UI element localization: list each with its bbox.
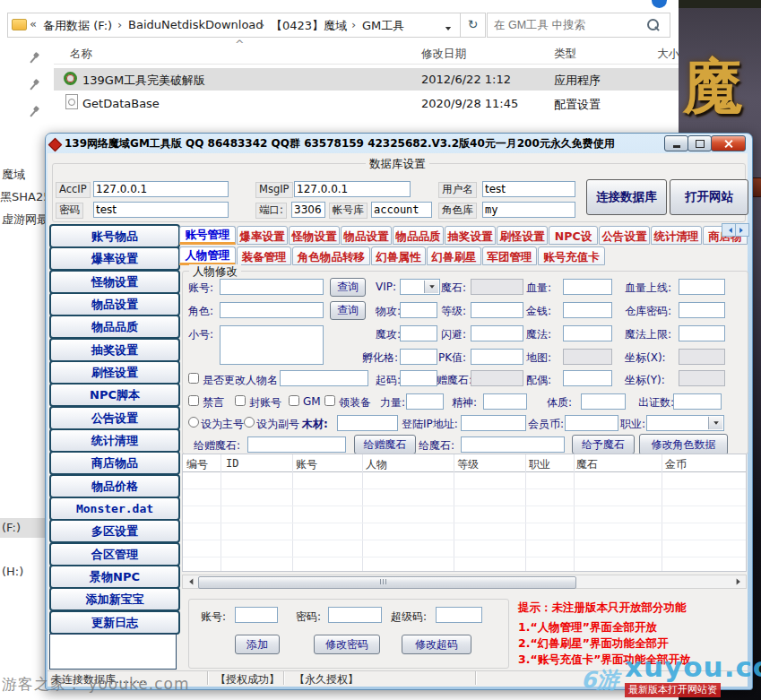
membercoin-input[interactable] xyxy=(565,415,618,431)
main-account-radio[interactable] xyxy=(188,417,199,428)
dodge-input[interactable] xyxy=(471,325,523,341)
sidebar-button[interactable]: 刷怪设置 xyxy=(49,360,180,385)
port-input[interactable] xyxy=(291,202,325,218)
account-input[interactable] xyxy=(220,279,324,295)
grid-header[interactable]: ID xyxy=(226,457,238,470)
username-input[interactable] xyxy=(482,181,575,197)
str-input[interactable] xyxy=(406,393,444,410)
qima-input[interactable] xyxy=(400,370,437,386)
scroll-right-icon[interactable] xyxy=(735,577,745,586)
query-role-button[interactable]: 查询 xyxy=(330,301,366,320)
new-account-input[interactable] xyxy=(235,607,278,623)
sidebar-button[interactable]: 更新日志 xyxy=(49,610,180,635)
sidebar-button[interactable]: NPC脚本 xyxy=(49,383,180,407)
accip-input[interactable] xyxy=(93,181,229,197)
maximize-button[interactable] xyxy=(687,135,712,151)
hatch-input[interactable] xyxy=(400,349,437,365)
level-input[interactable] xyxy=(471,302,523,318)
grid-header[interactable]: 账号 xyxy=(296,457,317,472)
grid-header[interactable]: 编号 xyxy=(186,457,208,472)
tab[interactable]: 账号充值卡 xyxy=(538,246,605,265)
sidebar-button[interactable]: 物品品质 xyxy=(49,315,180,339)
grid-header[interactable]: 金币 xyxy=(665,457,687,472)
modify-role-button[interactable]: 修改角色数据 xyxy=(639,434,728,455)
tab[interactable]: 统计清理 xyxy=(651,226,702,245)
matk-input[interactable] xyxy=(400,325,437,341)
sidebar-button[interactable]: 多区设置 xyxy=(49,519,180,543)
open-website-button[interactable]: 打开网站 xyxy=(670,179,748,215)
giftstone-button[interactable]: 给赠魔石 xyxy=(354,435,416,454)
tab[interactable]: 幻兽刷星 xyxy=(427,246,481,265)
dropdown-icon[interactable] xyxy=(424,281,438,293)
tab-scroll-right-button[interactable] xyxy=(735,223,749,237)
loginip-input[interactable] xyxy=(461,415,526,431)
sidebar-button[interactable]: 添加新宝宝 xyxy=(49,587,180,611)
sidebar-button[interactable]: Monster.dat xyxy=(49,497,180,521)
tab-account-manage[interactable]: 账号管理 xyxy=(179,226,236,245)
tab[interactable]: 军团管理 xyxy=(482,246,537,265)
grid-header[interactable]: 职业 xyxy=(529,457,550,472)
new-password-input[interactable] xyxy=(328,607,382,623)
sidebar-button[interactable]: 抽奖设置 xyxy=(49,338,180,362)
givestone-button[interactable]: 给予魔石 xyxy=(572,435,635,454)
tab[interactable]: 幻兽属性 xyxy=(371,246,426,265)
patk-input[interactable] xyxy=(400,302,437,318)
givestone2-input[interactable] xyxy=(461,436,565,453)
tab[interactable]: 角色物品转移 xyxy=(292,246,370,265)
rename-input[interactable] xyxy=(280,370,368,386)
sidebar-button[interactable]: 统计清理 xyxy=(49,428,180,453)
sidebar-button[interactable]: 物品设置 xyxy=(49,292,180,316)
sub-account-radio[interactable] xyxy=(244,417,255,428)
query-account-button[interactable]: 查询 xyxy=(330,278,366,297)
hpmax-input[interactable] xyxy=(679,279,725,295)
equip-checkbox[interactable] xyxy=(324,395,335,406)
mpmax-input[interactable] xyxy=(679,325,725,341)
wood-input[interactable] xyxy=(337,415,398,431)
close-button[interactable] xyxy=(711,135,746,151)
sidebar-button[interactable]: 景物NPC xyxy=(49,565,180,589)
bankpwd-input[interactable] xyxy=(679,302,725,318)
role-db-input[interactable] xyxy=(482,202,575,218)
cert-input[interactable] xyxy=(673,393,722,410)
hp-input[interactable] xyxy=(563,279,612,295)
grid-header[interactable]: 人物 xyxy=(366,457,387,472)
role-input[interactable] xyxy=(220,302,324,318)
tab[interactable]: 怪物设置 xyxy=(289,226,340,245)
tab[interactable]: 刷怪设置 xyxy=(497,226,548,245)
giftstone-input[interactable] xyxy=(247,436,346,453)
sidebar-button[interactable]: 物品价格 xyxy=(49,474,180,498)
tab[interactable]: 物品品质 xyxy=(393,226,444,245)
tab[interactable]: 装备管理 xyxy=(237,246,291,265)
con-input[interactable] xyxy=(581,393,626,410)
pk-input[interactable] xyxy=(471,349,523,365)
tab[interactable]: 物品设置 xyxy=(341,226,392,245)
vip-select[interactable] xyxy=(400,279,440,295)
super-code-input[interactable] xyxy=(436,607,482,623)
connect-db-button[interactable]: 连接数据库 xyxy=(586,179,667,215)
tab-person-manage[interactable]: 人物管理 xyxy=(179,246,236,265)
sidebar-button[interactable]: 公告设置 xyxy=(49,406,180,430)
gm-checkbox[interactable] xyxy=(289,395,299,406)
grid-header[interactable]: 魔石 xyxy=(576,457,598,472)
dropdown-icon[interactable] xyxy=(708,417,722,429)
tab[interactable]: 爆率设置 xyxy=(237,226,288,245)
mp-input[interactable] xyxy=(563,325,612,341)
rename-checkbox[interactable] xyxy=(188,373,199,384)
sidebar-button[interactable]: 商店物品 xyxy=(49,451,180,475)
sidebar-button[interactable]: 合区管理 xyxy=(49,542,180,566)
tab[interactable]: 公告设置 xyxy=(599,226,650,245)
mute-checkbox[interactable] xyxy=(188,395,199,406)
change-super-button[interactable]: 修改超码 xyxy=(402,635,471,654)
alt-textarea[interactable] xyxy=(220,325,324,365)
job-select[interactable] xyxy=(646,415,724,431)
tab-scroll-left-button[interactable] xyxy=(722,223,736,237)
change-password-button[interactable]: 修改密码 xyxy=(314,635,380,654)
sidebar-button[interactable]: 账号物品 xyxy=(49,224,180,248)
password-input[interactable] xyxy=(93,202,229,218)
spirit-input[interactable] xyxy=(483,393,527,410)
scroll-left-icon[interactable] xyxy=(185,577,195,586)
minimize-button[interactable] xyxy=(664,135,688,151)
grid-header[interactable]: 等级 xyxy=(457,457,479,472)
ban-checkbox[interactable] xyxy=(235,395,246,406)
spouse-input[interactable] xyxy=(563,370,612,386)
